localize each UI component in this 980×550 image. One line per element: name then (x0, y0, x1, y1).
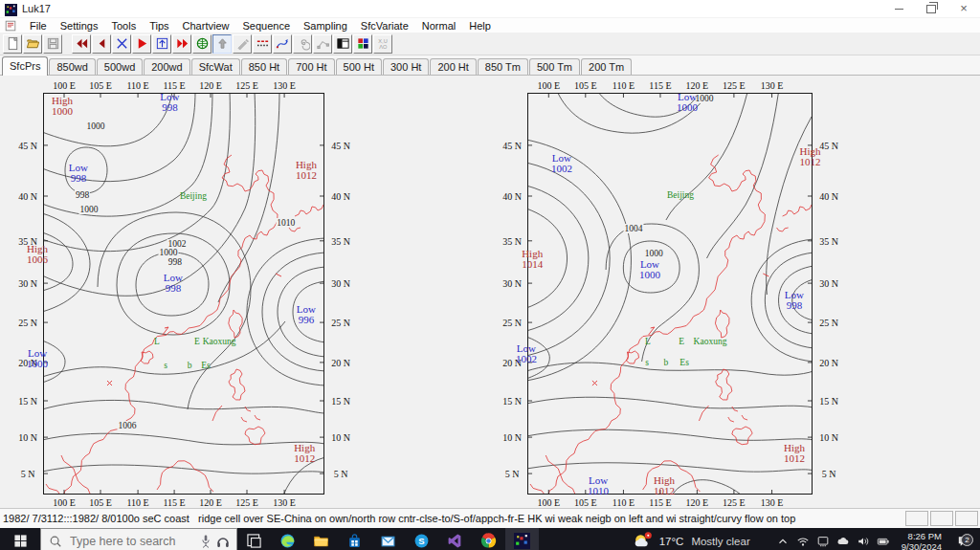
notification-center-button[interactable]: 2 (949, 534, 976, 548)
tab-500wd[interactable]: 500wd (97, 58, 143, 75)
minimize-button[interactable] (882, 0, 915, 17)
lat-label-right: 15 N (331, 396, 350, 407)
taskbar-app-edge[interactable] (271, 528, 304, 550)
toolbar-fast-forward-button[interactable] (172, 34, 191, 54)
restore-button[interactable] (915, 0, 947, 17)
city-label-b: b (188, 361, 192, 370)
tab-500-tm[interactable]: 500 Tm (529, 58, 580, 75)
save-file-icon (46, 36, 60, 51)
toolbar-rewind-button[interactable] (72, 34, 91, 54)
tray-battery-icon[interactable] (874, 534, 894, 549)
lon-label-top: 105 E (574, 80, 597, 91)
lat-label-left: 25 N (18, 318, 37, 328)
tray-chevron-up-icon[interactable] (773, 534, 793, 549)
panes-icon (336, 36, 350, 51)
toolbar-ascend-button[interactable] (212, 34, 232, 54)
taskbar-app-mail[interactable] (371, 528, 405, 550)
toolbar-play-button[interactable] (132, 34, 151, 54)
toolbar-segment-button[interactable] (313, 34, 332, 54)
contour-label: 1000 (644, 249, 664, 258)
city-label-e: E (194, 337, 200, 346)
toolbar-fit-view-button[interactable] (152, 34, 171, 54)
lon-label-bottom: 130 E (273, 497, 296, 508)
menu-normal[interactable]: Normal (415, 20, 462, 32)
system-tray (773, 534, 894, 549)
menu-sfcvariate[interactable]: SfcVariate (354, 20, 415, 32)
tab-200-ht[interactable]: 200 Ht (430, 58, 476, 75)
tab-200wd[interactable]: 200wd (144, 58, 189, 75)
title-bar: Luk17 × (0, 0, 980, 18)
toolbar-new-file-button[interactable] (3, 34, 22, 54)
menu-chartview[interactable]: Chartview (176, 20, 236, 32)
taskbar-app-luk17[interactable] (505, 528, 539, 550)
menu-settings[interactable]: Settings (54, 20, 105, 32)
tab-200-tm[interactable]: 200 Tm (581, 58, 632, 75)
menu-sequence[interactable]: Sequence (235, 20, 297, 32)
tab-sfcprs[interactable]: SfcPrs (2, 56, 48, 76)
notification-badge: 2 (961, 534, 973, 546)
toolbar-spiral-button[interactable] (293, 34, 312, 54)
toolbar-globe-button[interactable] (192, 34, 212, 54)
menu-help[interactable]: Help (462, 20, 498, 32)
step-back-icon (95, 36, 109, 51)
taskbar-app-skype[interactable]: S (405, 528, 438, 550)
tray-onedrive-cloud-icon[interactable] (834, 534, 854, 549)
toolbar-pen-button[interactable] (233, 34, 252, 54)
visual-studio-icon (447, 533, 463, 549)
toolbar-delete-cross-button[interactable] (112, 34, 131, 54)
toolbar-track-dashes-button[interactable] (253, 34, 272, 54)
taskbar-app-chrome[interactable] (472, 528, 505, 550)
pressure-center-low-998: Low998 (785, 290, 804, 311)
pressure-center-low-998: Low998 (164, 273, 183, 294)
city-label-kaoxung: Kaoxung (694, 337, 727, 346)
toolbar-curve-arrow-button[interactable] (273, 34, 292, 54)
taskbar-clock[interactable]: 8:26 PM 9/30/2024 (902, 531, 942, 550)
taskbar-app-store[interactable] (338, 528, 371, 550)
tray-ink-workspace-icon[interactable] (813, 534, 834, 549)
tab-300-ht[interactable]: 300 Ht (383, 58, 429, 75)
lon-label-top: 100 E (53, 80, 76, 91)
lat-label-right: 5 N (822, 469, 836, 479)
toolbar-xu-labels-button[interactable]: X,UΛO (373, 34, 392, 54)
toolbar-panes-button[interactable] (333, 34, 352, 54)
pressure-center-low-998: Low998 (160, 92, 179, 113)
menu-file[interactable]: File (23, 20, 54, 32)
taskbar-app-file-explorer[interactable] (304, 528, 338, 550)
ascend-icon (215, 36, 230, 51)
close-button[interactable]: × (947, 0, 980, 17)
isobar-coastline-canvas (44, 94, 323, 494)
tab-850-ht[interactable]: 850 Ht (241, 58, 287, 75)
tab-sfcwat[interactable]: SfcWat (191, 58, 240, 75)
menu-tools[interactable]: Tools (104, 20, 143, 32)
status-bar: 1982/ 7/3112:::1982/ 8/0100o seC coast r… (0, 508, 980, 528)
weather-condition: Mostly clear (691, 536, 749, 547)
lon-label-bottom: 125 E (235, 497, 258, 508)
tray-wifi-icon[interactable] (793, 534, 813, 549)
tab-500-ht[interactable]: 500 Ht (336, 58, 382, 75)
taskbar-search[interactable] (40, 528, 237, 550)
taskbar-app-task-view[interactable] (237, 528, 271, 550)
taskbar-app-visual-studio[interactable] (438, 528, 472, 550)
lat-label-left: 5 N (505, 469, 520, 479)
city-label-s: s (645, 358, 649, 367)
tab-700-ht[interactable]: 700 Ht (288, 58, 334, 75)
tab-850-tm[interactable]: 850 Tm (478, 58, 528, 75)
store-icon (346, 533, 363, 549)
search-input[interactable] (68, 534, 196, 549)
start-button[interactable] (0, 528, 40, 550)
tab-850wd[interactable]: 850wd (49, 58, 95, 75)
toolbar-save-file-button[interactable] (43, 34, 62, 54)
weather-widget[interactable]: 17°C Mostly clear (633, 531, 764, 550)
toolbar-open-file-button[interactable] (23, 34, 42, 54)
contour-label: 1000 (158, 248, 178, 257)
toolbar-palette-button[interactable] (353, 34, 372, 54)
toolbar-step-back-button[interactable] (92, 34, 111, 54)
lat-label-right: 35 N (819, 235, 838, 246)
menu-sampling[interactable]: Sampling (297, 20, 354, 32)
lon-label-bottom: 110 E (126, 497, 148, 508)
tray-speaker-icon[interactable] (854, 534, 874, 549)
city-label-e: E (679, 337, 684, 346)
menu-tips[interactable]: Tips (143, 20, 175, 32)
menu-doc-icon (4, 19, 17, 32)
pressure-center-low-998: Low998 (69, 163, 88, 184)
